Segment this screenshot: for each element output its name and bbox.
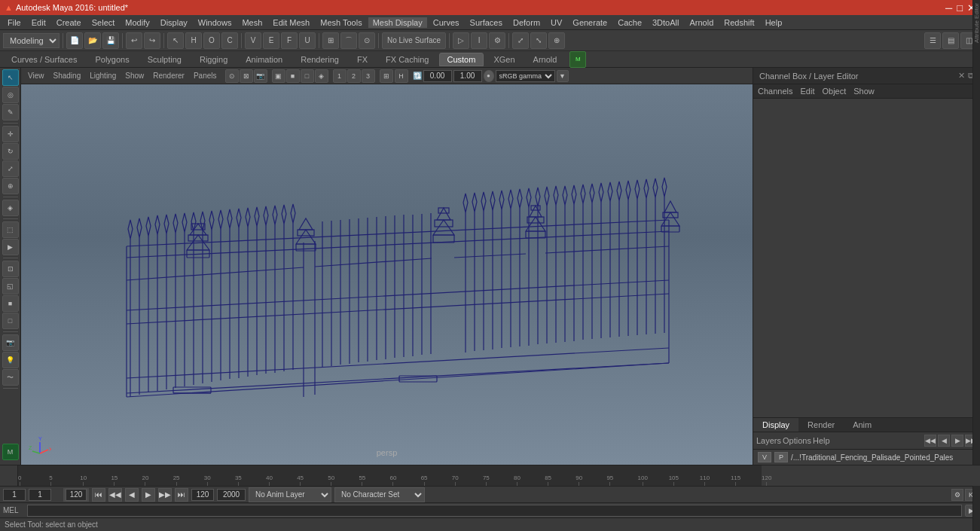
menu-deform[interactable]: Deform [508, 17, 545, 28]
le-next-btn[interactable]: ▶ [951, 435, 963, 447]
new-file-btn[interactable]: 📄 [66, 32, 83, 49]
menu-select[interactable]: Select [87, 17, 120, 28]
cb-edit-menu[interactable]: Edit [800, 87, 814, 96]
maya-logo-btn[interactable]: M [569, 51, 586, 68]
cb-show-menu[interactable]: Show [853, 87, 875, 96]
play-forward-btn[interactable]: ▶ [142, 488, 155, 502]
color-space-btn[interactable]: ● [484, 70, 494, 82]
wire-btn[interactable]: □ [2, 313, 19, 329]
range-end-input[interactable] [66, 489, 87, 501]
shelf-tab-xgen[interactable]: XGen [485, 53, 523, 66]
save-file-btn[interactable]: 💾 [102, 32, 119, 49]
wire-btn-vp[interactable]: □ [301, 69, 314, 83]
step-back-btn[interactable]: ◀◀ [108, 488, 122, 502]
layer-vis-toggle[interactable]: V [758, 452, 771, 462]
cb-channels-menu[interactable]: Channels [758, 87, 792, 96]
render-btn-left[interactable]: ▶ [2, 239, 19, 255]
le-back-btn[interactable]: ◀◀ [924, 435, 936, 447]
soft-modification-btn[interactable]: ◈ [2, 200, 19, 216]
shelf-tab-curves-surfaces[interactable]: Curves / Surfaces [3, 53, 85, 66]
shelf-tab-rendering[interactable]: Rendering [292, 53, 347, 66]
playback-max-input[interactable] [217, 489, 246, 501]
le-prev-btn[interactable]: ◀ [938, 435, 950, 447]
menu-mesh[interactable]: Mesh [237, 17, 267, 28]
viewport-canvas[interactable]: Y X Z persp [21, 84, 753, 465]
toolbar-right-1[interactable]: ☰ [924, 32, 941, 49]
le-options-menu[interactable]: Options [783, 436, 811, 445]
menu-mesh-tools[interactable]: Mesh Tools [316, 17, 366, 28]
menu-3dtoall[interactable]: 3DtoAll [648, 17, 683, 28]
shelf-tab-animation[interactable]: Animation [237, 53, 291, 66]
lighting-menu-btn[interactable]: Lighting [86, 71, 120, 81]
shelf-tab-rigging[interactable]: Rigging [191, 53, 236, 66]
rotate-tool-btn[interactable]: ↻ [2, 143, 19, 160]
universal-manip-btn[interactable]: ⊕ [2, 178, 19, 194]
cb-object-menu[interactable]: Object [822, 87, 846, 96]
menu-curves[interactable]: Curves [429, 17, 464, 28]
xray-btn-vp[interactable]: ◈ [315, 69, 328, 83]
snap-point-btn[interactable]: ⊙ [359, 32, 375, 49]
no-live-surface-btn[interactable]: No Live Surface [382, 32, 446, 49]
vertex-btn[interactable]: V [245, 32, 261, 49]
scale-tool-btn[interactable]: ⤢ [2, 160, 19, 177]
xray-btn[interactable]: ⊡ [2, 261, 19, 277]
redo-btn[interactable]: ↪ [144, 32, 160, 49]
render-btn[interactable]: ▷ [453, 32, 469, 49]
le-tab-render[interactable]: Render [798, 418, 844, 432]
maximize-button[interactable]: □ [957, 2, 963, 14]
light-btn[interactable]: 💡 [2, 352, 19, 368]
menu-cache[interactable]: Cache [613, 17, 646, 28]
frame-all-btn[interactable]: ⊠ [240, 69, 253, 83]
edge-btn[interactable]: E [263, 32, 279, 49]
face-btn[interactable]: F [281, 32, 298, 49]
panels-menu-btn[interactable]: Panels [190, 71, 221, 81]
quicksel-btn[interactable]: M [2, 444, 19, 460]
menu-edit[interactable]: Edit [27, 17, 50, 28]
le-help-menu[interactable]: Help [813, 436, 830, 445]
vp-settings-btn[interactable]: ▼ [557, 70, 569, 82]
layer-playback-toggle[interactable]: P [774, 452, 788, 462]
shelf-tab-custom[interactable]: Custom [439, 53, 484, 66]
menu-generate[interactable]: Generate [568, 17, 612, 28]
ipr-btn[interactable]: I [471, 32, 487, 49]
solid-btn[interactable]: ■ [286, 69, 300, 83]
open-file-btn[interactable]: 📂 [84, 32, 101, 49]
lasso-select-btn[interactable]: ✎ [2, 104, 19, 121]
menu-modify[interactable]: Modify [121, 17, 154, 28]
view-menu-btn[interactable]: View [24, 71, 48, 81]
menu-mesh-display[interactable]: Mesh Display [368, 17, 427, 28]
channel-box-close-btn[interactable]: ✕ [958, 71, 965, 81]
menu-windows[interactable]: Windows [194, 17, 237, 28]
menu-arnold[interactable]: Arnold [685, 17, 718, 28]
shelf-tab-fx-caching[interactable]: FX Caching [377, 53, 437, 66]
shading-menu-btn[interactable]: Shading [50, 71, 85, 81]
step-forward-btn[interactable]: ▶▶ [158, 488, 172, 502]
component-mode-btn[interactable]: C [221, 32, 238, 49]
menu-redshift[interactable]: Redshift [719, 17, 759, 28]
timeline-ruler[interactable]: 0510152025303540455055606570758085909510… [18, 465, 762, 487]
light-quality-3[interactable]: 3 [362, 69, 375, 83]
undo-btn[interactable]: ↩ [126, 32, 142, 49]
grid-snap-vp[interactable]: ⊞ [380, 69, 393, 83]
play-back-btn[interactable]: ◀ [125, 488, 139, 502]
xform1-btn[interactable]: ⤢ [512, 32, 529, 49]
light-quality-2[interactable]: 2 [347, 69, 361, 83]
snap-curve-btn[interactable]: ⌒ [340, 32, 357, 49]
script-input[interactable] [27, 505, 962, 517]
menu-display[interactable]: Display [156, 17, 192, 28]
move-tool-btn[interactable]: ✛ [2, 126, 19, 142]
menu-help[interactable]: Help [761, 17, 787, 28]
menu-edit-mesh[interactable]: Edit Mesh [268, 17, 314, 28]
vp-value-input-1[interactable] [423, 70, 452, 82]
wire-shaded-btn[interactable]: ▣ [272, 69, 285, 83]
go-end-btn[interactable]: ⏭ [175, 488, 188, 502]
camera-fit-btn[interactable]: ⊙ [225, 69, 239, 83]
minimize-button[interactable]: ─ [945, 2, 952, 14]
le-layers-menu[interactable]: Layers [756, 436, 781, 445]
select-mode-btn[interactable]: ↖ [167, 32, 184, 49]
light-quality-1[interactable]: 1 [333, 69, 347, 83]
show-menu-btn[interactable]: Show [121, 71, 148, 81]
xform2-btn[interactable]: ⤡ [530, 32, 547, 49]
uv-btn[interactable]: U [299, 32, 316, 49]
display-settings-btn[interactable]: ⬚ [2, 221, 19, 238]
